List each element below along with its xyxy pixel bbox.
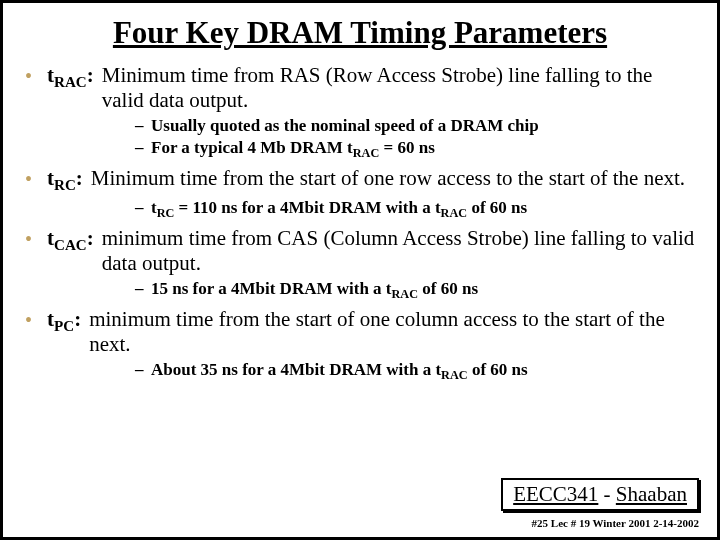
dash-icon: – xyxy=(135,278,151,300)
footer-small: #25 Lec # 19 Winter 2001 2-14-2002 xyxy=(532,517,699,529)
dash-icon: – xyxy=(135,197,151,219)
sub-trc-0: – tRC = 110 ns for a 4Mbit DRAM with a t… xyxy=(135,197,695,222)
def-tpc: minimum time from the start of one colum… xyxy=(81,307,695,357)
dash-icon: – xyxy=(135,359,151,381)
footer-author: Shaaban xyxy=(616,482,687,506)
slide-title: Four Key DRAM Timing Parameters xyxy=(25,15,695,51)
sub-text: Usually quoted as the nominal speed of a… xyxy=(151,115,539,137)
sub-text: For a typical 4 Mb DRAM tRAC = 60 ns xyxy=(151,137,435,162)
sub-trac-0: – Usually quoted as the nominal speed of… xyxy=(135,115,695,137)
bullet-icon: • xyxy=(25,307,47,333)
def-tcac: minimum time from CAS (Column Access Str… xyxy=(94,226,695,276)
sub-text: 15 ns for a 4Mbit DRAM with a tRAC of 60… xyxy=(151,278,478,303)
bullet-trac: • tRAC: Minimum time from RAS (Row Acces… xyxy=(25,63,695,113)
bullet-trc: • tRC: Minimum time from the start of on… xyxy=(25,166,695,194)
term-tcac: tCAC: xyxy=(47,226,94,254)
bullet-icon: • xyxy=(25,226,47,252)
footer-course: EECC341 xyxy=(513,482,598,506)
sub-tpc-0: – About 35 ns for a 4Mbit DRAM with a tR… xyxy=(135,359,695,384)
term-trac: tRAC: xyxy=(47,63,94,91)
def-trc: Minimum time from the start of one row a… xyxy=(83,166,685,191)
sub-text: About 35 ns for a 4Mbit DRAM with a tRAC… xyxy=(151,359,528,384)
footer-box: EECC341 - Shaaban xyxy=(501,478,699,511)
dash-icon: – xyxy=(135,137,151,159)
sub-tcac-0: – 15 ns for a 4Mbit DRAM with a tRAC of … xyxy=(135,278,695,303)
sub-text: tRC = 110 ns for a 4Mbit DRAM with a tRA… xyxy=(151,197,527,222)
footer-dash: - xyxy=(598,482,616,506)
sub-trac-1: – For a typical 4 Mb DRAM tRAC = 60 ns xyxy=(135,137,695,162)
term-tpc: tPC: xyxy=(47,307,81,335)
term-trc: tRC: xyxy=(47,166,83,194)
bullet-tpc: • tPC: minimum time from the start of on… xyxy=(25,307,695,357)
bullet-tcac: • tCAC: minimum time from CAS (Column Ac… xyxy=(25,226,695,276)
slide: Four Key DRAM Timing Parameters • tRAC: … xyxy=(0,0,720,540)
bullet-icon: • xyxy=(25,166,47,192)
def-trac: Minimum time from RAS (Row Access Strobe… xyxy=(94,63,695,113)
bullet-icon: • xyxy=(25,63,47,89)
dash-icon: – xyxy=(135,115,151,137)
